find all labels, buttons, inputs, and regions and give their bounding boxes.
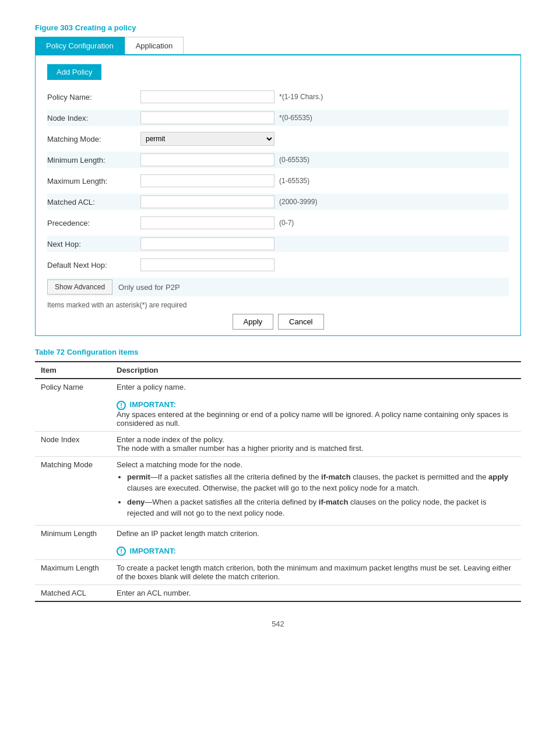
precedence-row: Precedence: (0-7)	[47, 215, 509, 231]
item-matching-mode: Matching Mode	[35, 456, 111, 525]
node-index-input[interactable]	[140, 111, 275, 124]
show-advanced-button[interactable]: Show Advanced	[47, 279, 112, 295]
table-header-row: Item Description	[35, 362, 521, 379]
default-next-hop-row: Default Next Hop:	[47, 257, 509, 273]
item-matched-acl: Matched ACL	[35, 585, 111, 602]
node-index-row: Node Index: *(0-65535)	[47, 110, 509, 126]
minimum-length-input[interactable]	[140, 153, 275, 166]
table-row: Matched ACL Enter an ACL number.	[35, 585, 521, 602]
matching-mode-select[interactable]: permit deny	[140, 132, 275, 146]
col-description: Description	[111, 362, 521, 379]
item-node-index: Node Index	[35, 431, 111, 456]
page-number: 542	[35, 620, 521, 628]
table-row: Minimum Length Define an IP packet lengt…	[35, 525, 521, 560]
table-row: Maximum Length To create a packet length…	[35, 560, 521, 585]
next-hop-row: Next Hop:	[47, 236, 509, 252]
policy-name-hint: *(1-19 Chars.)	[279, 93, 323, 101]
item-maximum-length: Maximum Length	[35, 560, 111, 585]
figure-title: Figure 303 Creating a policy	[35, 23, 521, 32]
matching-mode-label: Matching Mode:	[47, 135, 140, 144]
maximum-length-hint: (1-65535)	[279, 177, 309, 185]
maximum-length-input[interactable]	[140, 174, 275, 187]
next-hop-input[interactable]	[140, 237, 275, 250]
matching-mode-row: Matching Mode: permit deny	[47, 131, 509, 147]
desc-matched-acl: Enter an ACL number.	[111, 585, 521, 602]
default-next-hop-label: Default Next Hop:	[47, 261, 140, 270]
desc-policy-name: Enter a policy name. ! IMPORTANT: Any sp…	[111, 379, 521, 431]
show-advanced-hint: Only used for P2P	[118, 283, 180, 292]
next-hop-label: Next Hop:	[47, 240, 140, 249]
important-min-length: ! IMPORTANT:	[117, 547, 176, 555]
maximum-length-label: Maximum Length:	[47, 177, 140, 186]
bullet-deny: deny—When a packet satisfies all the cri…	[127, 496, 515, 519]
policy-name-label: Policy Name:	[47, 93, 140, 102]
desc-node-index: Enter a node index of the policy. The no…	[111, 431, 521, 456]
add-policy-button[interactable]: Add Policy	[47, 64, 101, 80]
minimum-length-hint: (0-65535)	[279, 156, 309, 164]
important-icon: ! IMPORTANT:	[117, 400, 176, 409]
minimum-length-label: Minimum Length:	[47, 156, 140, 164]
precedence-label: Precedence:	[47, 219, 140, 228]
apply-button[interactable]: Apply	[233, 314, 274, 330]
item-minimum-length: Minimum Length	[35, 525, 111, 560]
tabs-container: Policy Configuration Application	[35, 37, 521, 55]
form-actions: Apply Cancel	[47, 314, 509, 330]
required-note: Items marked with an asterisk(*) are req…	[47, 301, 509, 309]
item-policy-name: Policy Name	[35, 379, 111, 431]
config-table: Item Description Policy Name Enter a pol…	[35, 361, 521, 602]
policy-name-input[interactable]	[140, 90, 275, 103]
precedence-input[interactable]	[140, 216, 275, 229]
node-index-label: Node Index:	[47, 114, 140, 123]
table-row: Policy Name Enter a policy name. ! IMPOR…	[35, 379, 521, 431]
desc-matching-mode: Select a matching mode for the node. per…	[111, 456, 521, 525]
col-item: Item	[35, 362, 111, 379]
desc-maximum-length: To create a packet length match criterio…	[111, 560, 521, 585]
matching-mode-bullets: permit—If a packet satisfies all the cri…	[117, 471, 515, 519]
matched-acl-input[interactable]	[140, 195, 275, 208]
maximum-length-row: Maximum Length: (1-65535)	[47, 173, 509, 189]
tab-policy-configuration[interactable]: Policy Configuration	[35, 37, 125, 54]
table-row: Matching Mode Select a matching mode for…	[35, 456, 521, 525]
matched-acl-hint: (2000-3999)	[279, 198, 317, 206]
node-index-hint: *(0-65535)	[279, 114, 312, 122]
tab-application[interactable]: Application	[125, 37, 184, 54]
desc-minimum-length: Define an IP packet length match criteri…	[111, 525, 521, 560]
matched-acl-row: Matched ACL: (2000-3999)	[47, 194, 509, 210]
default-next-hop-input[interactable]	[140, 258, 275, 271]
table-row: Node Index Enter a node index of the pol…	[35, 431, 521, 456]
table-title: Table 72 Configuration items	[35, 348, 521, 356]
precedence-hint: (0-7)	[279, 219, 294, 227]
matched-acl-label: Matched ACL:	[47, 198, 140, 206]
policy-name-row: Policy Name: *(1-19 Chars.)	[47, 89, 509, 105]
bullet-permit: permit—If a packet satisfies all the cri…	[127, 471, 515, 494]
form-container: Add Policy Policy Name: *(1-19 Chars.) N…	[35, 55, 521, 336]
cancel-button[interactable]: Cancel	[278, 314, 323, 330]
minimum-length-row: Minimum Length: (0-65535)	[47, 152, 509, 168]
show-advanced-row: Show Advanced Only used for P2P	[47, 278, 509, 296]
